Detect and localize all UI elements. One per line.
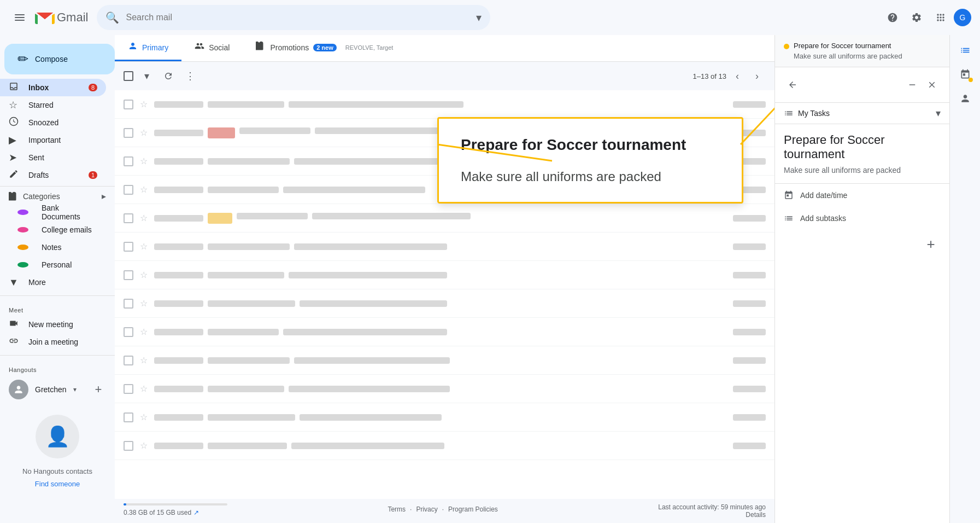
sidebar-item-college-emails[interactable]: College emails [0,221,106,239]
star-icon[interactable]: ☆ [140,298,148,309]
avatar[interactable]: G [954,9,971,26]
row-checkbox[interactable] [124,412,133,422]
menu-button[interactable] [9,7,31,28]
refresh-button[interactable] [160,67,177,85]
star-icon[interactable]: ☆ [140,241,148,252]
row-checkbox[interactable] [124,128,133,138]
row-checkbox[interactable] [124,384,133,394]
settings-button[interactable] [906,7,928,28]
my-tasks-chevron-icon[interactable]: ▾ [936,107,941,119]
task-add-item-button[interactable]: + [921,234,941,254]
sidebar-item-join-meeting[interactable]: Join a meeting [0,333,106,351]
star-icon[interactable]: ☆ [140,156,148,166]
star-icon[interactable]: ☆ [140,355,148,365]
sidebar-item-sent[interactable]: ➤ Sent [0,149,106,166]
more-options-button[interactable]: ⋮ [181,67,199,85]
task-close-button[interactable] [923,76,941,94]
sidebar-item-inbox[interactable]: Inbox 8 [0,79,106,96]
last-activity-area: Last account activity: 59 minutes ago De… [658,503,766,519]
sidebar-item-important[interactable]: ▶ Important [0,131,106,149]
hangouts-no-contacts-area: 👤 No Hangouts contacts Find someone [0,404,115,495]
hangouts-add-button[interactable]: + [91,382,106,397]
side-tasks-button[interactable] [954,39,976,61]
snippet [289,272,447,278]
tab-social[interactable]: Social [181,35,243,61]
row-checkbox[interactable] [124,327,133,337]
table-row[interactable]: ☆ [115,346,774,375]
prev-page-button[interactable]: ‹ [729,67,746,85]
email-toolbar: ▾ ⋮ 1–13 of 13 ‹ › [115,62,774,90]
tab-primary[interactable]: Primary [115,35,181,61]
table-row[interactable]: ☆ [115,147,774,176]
star-icon[interactable]: ☆ [140,440,148,451]
sidebar-item-bank-docs[interactable]: Bank Documents [0,204,106,221]
table-row[interactable]: ☆ [115,432,774,460]
sender [154,386,203,392]
star-icon[interactable]: ☆ [140,270,148,280]
details-link[interactable]: Details [746,511,766,519]
timestamp [733,130,766,136]
calendar-icon [784,190,794,200]
compose-button[interactable]: ✏ Compose [4,44,115,74]
search-input[interactable] [126,13,470,22]
apps-button[interactable] [930,7,952,28]
hangouts-user[interactable]: Gretchen ▾ + [0,375,115,404]
important-icon: ▶ [9,134,20,146]
star-icon[interactable]: ☆ [140,383,148,394]
row-checkbox[interactable] [124,185,133,195]
table-row[interactable]: ☆ [115,204,774,233]
star-icon[interactable]: ☆ [140,412,148,422]
sidebar-item-personal[interactable]: Personal [0,256,106,274]
svg-rect-2 [15,20,25,21]
row-checkbox[interactable] [124,100,133,109]
program-policies-link[interactable]: Program Policies [448,505,498,513]
table-row[interactable]: ☆ [115,233,774,261]
table-row[interactable]: ☆ [115,403,774,432]
table-row[interactable]: ☆ [115,375,774,403]
side-calendar-button[interactable] [954,63,976,85]
sidebar-item-starred[interactable]: ☆ Starred [0,96,106,114]
table-row[interactable]: ☆ [115,289,774,318]
row-checkbox[interactable] [124,299,133,309]
table-row[interactable]: ☆ [115,119,774,147]
terms-link[interactable]: Terms [388,505,406,513]
search-dropdown-icon[interactable]: ▾ [476,11,482,24]
search-bar[interactable]: 🔍 ▾ [97,5,490,30]
table-row[interactable]: ☆ [115,261,774,289]
help-button[interactable] [882,7,903,28]
side-contacts-button[interactable] [954,88,976,109]
storage-manage-link[interactable]: ↗ [193,509,199,516]
star-icon[interactable]: ☆ [140,127,148,138]
row-checkbox[interactable] [124,156,133,166]
add-date-section[interactable]: Add date/time [775,184,949,207]
sidebar-item-notes[interactable]: Notes [0,239,106,256]
select-dropdown-button[interactable]: ▾ [138,67,155,85]
tab-promotions[interactable]: Promotions 2 new REVOLVE, Target [243,35,406,61]
table-row[interactable]: ☆ [115,90,774,119]
row-checkbox[interactable] [124,441,133,451]
table-row[interactable]: ☆ [115,318,774,346]
sidebar-item-snoozed[interactable]: Snoozed [0,114,106,131]
sidebar-item-drafts[interactable]: Drafts 1 [0,166,106,184]
sidebar-item-more[interactable]: ▼ More [0,274,106,291]
row-checkbox[interactable] [124,242,133,252]
row-checkbox[interactable] [124,270,133,280]
select-all-checkbox[interactable] [124,71,133,81]
star-icon[interactable]: ☆ [140,184,148,195]
row-checkbox[interactable] [124,356,133,365]
sidebar-item-new-meeting[interactable]: New meeting [0,316,106,333]
next-page-button[interactable]: › [748,67,766,85]
add-subtasks-section[interactable]: Add subtasks [775,207,949,230]
gmail-logo: Gmail [35,10,88,25]
row-checkbox[interactable] [124,213,133,223]
star-icon[interactable]: ☆ [140,213,148,223]
star-icon[interactable]: ☆ [140,99,148,109]
task-minimize-button[interactable] [903,76,921,94]
privacy-link[interactable]: Privacy [416,505,437,513]
hangouts-find-link[interactable]: Find someone [9,478,106,490]
star-icon[interactable]: ☆ [140,327,148,337]
task-back-button[interactable] [784,76,801,94]
categories-header[interactable]: Categories ▸ [0,189,115,204]
join-meeting-label: Join a meeting [28,338,97,346]
table-row[interactable]: ☆ [115,176,774,204]
